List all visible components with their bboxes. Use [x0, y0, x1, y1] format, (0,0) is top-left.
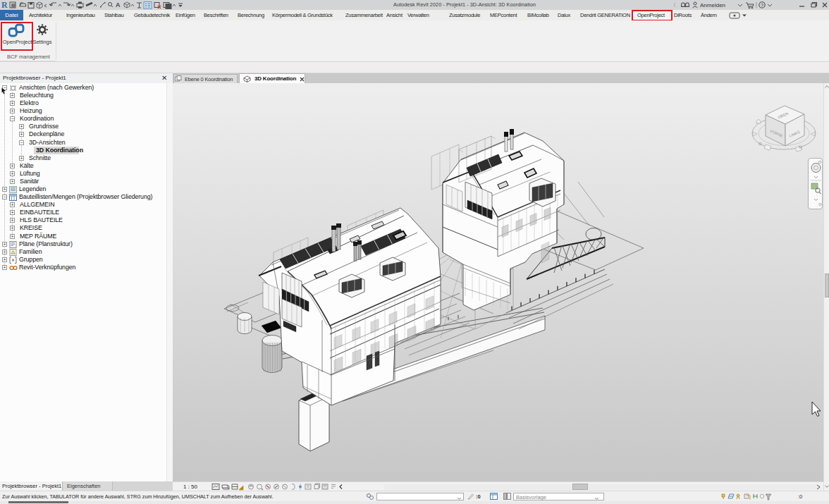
svg-text:O: O — [759, 142, 762, 146]
svg-text:R: R — [1, 0, 8, 10]
svg-text:?: ? — [761, 2, 763, 8]
svg-text:◢: ◢ — [238, 484, 244, 491]
svg-text:N: N — [799, 145, 802, 149]
svg-text:A: A — [116, 1, 121, 8]
svg-text:Anmelden: Anmelden — [700, 2, 725, 8]
